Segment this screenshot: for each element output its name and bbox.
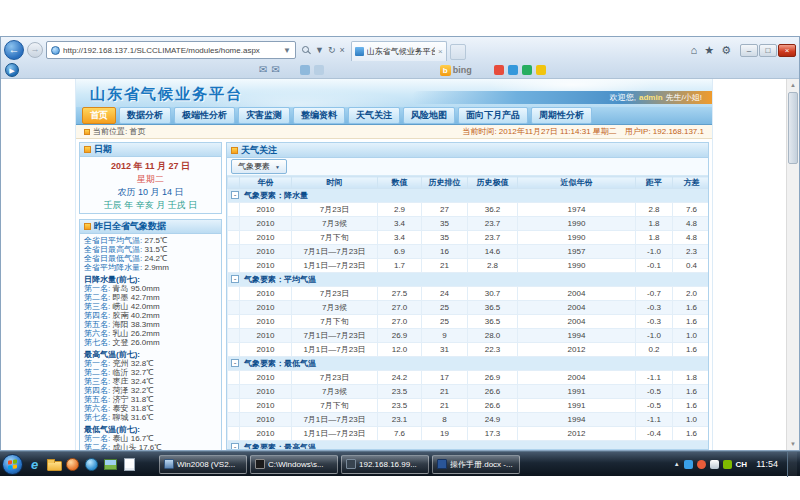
start-button[interactable]: [2, 454, 23, 475]
explorer-folder-icon[interactable]: [45, 456, 62, 473]
ganzhi-date-text: 壬辰 年 辛亥 月 壬戌 日: [82, 199, 219, 212]
column-header-5[interactable]: 近似年份: [518, 177, 636, 189]
clock[interactable]: 11:54: [751, 459, 783, 469]
nav-item-4[interactable]: 整编资料: [293, 107, 345, 124]
table-row[interactable]: 20107月下旬3.43523.719901.84.8: [228, 231, 709, 245]
new-tab-button[interactable]: [450, 44, 466, 60]
messenger-icon[interactable]: [83, 456, 100, 473]
tray-action-center-icon[interactable]: [723, 460, 732, 469]
address-bar[interactable]: http://192.168.137.1/SLCCLIMATE/modules/…: [46, 41, 296, 59]
column-header-3[interactable]: 历史排位: [422, 177, 468, 189]
ranking-rank: 第一名:: [84, 359, 112, 368]
column-header-4[interactable]: 历史极值: [468, 177, 518, 189]
column-header-6[interactable]: 距平: [636, 177, 673, 189]
table-row[interactable]: 20107月23日24.21726.92004-1.11.8: [228, 371, 709, 385]
nav-item-3[interactable]: 灾害监测: [238, 107, 290, 124]
table-row[interactable]: 20107月1日—7月23日23.1824.91994-1.11.0: [228, 413, 709, 427]
toolbar-shortcut-red-icon[interactable]: [494, 65, 504, 75]
system-tray: ▲ CH 11:54: [674, 452, 798, 477]
toolbar-shortcut-blue-icon[interactable]: [508, 65, 518, 75]
table-row[interactable]: 20107月23日27.52430.72004-0.72.0: [228, 287, 709, 301]
taskbar-button-3[interactable]: 操作手册.docx -...: [432, 455, 520, 474]
tray-antivirus-icon[interactable]: [697, 460, 706, 469]
collapse-icon[interactable]: -: [231, 275, 239, 283]
tray-volume-icon[interactable]: [710, 460, 719, 469]
scroll-down-icon[interactable]: ▼: [787, 438, 799, 450]
tray-expand-icon[interactable]: ▲: [674, 461, 680, 467]
scroll-up-icon[interactable]: ▲: [787, 79, 799, 91]
table-section-row-3[interactable]: -气象要素：最高气温: [228, 441, 709, 450]
table-row[interactable]: 20107月3候27.02536.52004-0.31.6: [228, 301, 709, 315]
bing-logo[interactable]: b bing: [440, 65, 472, 76]
table-row[interactable]: 20107月1日—7月23日6.91614.61957-1.02.3: [228, 245, 709, 259]
document-icon[interactable]: [121, 456, 138, 473]
favorite-shortcut-icon-2[interactable]: [314, 65, 324, 75]
nav-item-2[interactable]: 极端性分析: [174, 107, 235, 124]
ranking-item: 第七名: 文登 26.0mm: [84, 338, 221, 347]
browser-tab[interactable]: 山东省气候业务平台... ×: [351, 41, 447, 61]
close-button[interactable]: ×: [778, 44, 796, 57]
table-row[interactable]: 20101月1日—7月23日12.03122.320120.21.6: [228, 343, 709, 357]
table-row[interactable]: 20107月下旬27.02536.52004-0.31.6: [228, 315, 709, 329]
table-section-row-0[interactable]: -气象要素：降水量: [228, 189, 709, 203]
browser-logo-icon[interactable]: ▶: [5, 63, 19, 77]
table-row[interactable]: 20101月1日—7月23日1.7212.81990-0.10.4: [228, 259, 709, 273]
column-header-1[interactable]: 时间: [292, 177, 378, 189]
nav-item-7[interactable]: 面向下月产品: [458, 107, 528, 124]
collapse-icon[interactable]: -: [231, 191, 239, 199]
nav-item-5[interactable]: 天气关注: [348, 107, 400, 124]
vertical-scrollbar[interactable]: ▲ ▼: [786, 79, 799, 450]
table-row[interactable]: 20107月3候3.43523.719901.84.8: [228, 217, 709, 231]
tray-network-icon[interactable]: [684, 460, 693, 469]
settings-gear-icon[interactable]: ⚙: [719, 45, 733, 56]
ie-icon[interactable]: e: [26, 456, 43, 473]
favorite-shortcut-icon[interactable]: [300, 65, 310, 75]
cell-距平: -0.5: [636, 399, 673, 413]
table-row[interactable]: 20107月1日—7月23日26.9928.01994-1.01.0: [228, 329, 709, 343]
tab-close-icon[interactable]: ×: [438, 47, 443, 56]
url-text[interactable]: http://192.168.137.1/SLCCLIMATE/modules/…: [63, 46, 280, 55]
nav-item-0[interactable]: 首页: [82, 107, 116, 124]
table-row[interactable]: 20107月下旬23.52126.61991-0.51.6: [228, 399, 709, 413]
cell-历史排位: 21: [422, 399, 468, 413]
table-row[interactable]: 20107月3候23.52126.61991-0.51.6: [228, 385, 709, 399]
nav-item-6[interactable]: 风险地图: [403, 107, 455, 124]
stop-icon[interactable]: ×: [339, 46, 344, 55]
search-icon[interactable]: [302, 46, 311, 55]
taskbar-button-0[interactable]: Win2008 (VS2...: [159, 455, 247, 474]
minimize-button[interactable]: –: [740, 44, 758, 57]
picture-viewer-icon[interactable]: [102, 456, 119, 473]
column-header-0[interactable]: 年份: [240, 177, 292, 189]
summary-line: 全省日最低气温: 24.2℃: [84, 254, 221, 263]
table-section-row-2[interactable]: -气象要素：最低气温: [228, 357, 709, 371]
search-caret-icon[interactable]: ▼: [315, 46, 324, 55]
mail-icon-2[interactable]: ✉: [269, 65, 281, 75]
media-player-icon[interactable]: [64, 456, 81, 473]
refresh-icon[interactable]: ↻: [328, 46, 336, 55]
forward-button[interactable]: →: [27, 42, 43, 58]
collapse-icon[interactable]: -: [231, 443, 239, 449]
maximize-button[interactable]: □: [759, 44, 777, 57]
favorites-star-icon[interactable]: ★: [702, 45, 716, 56]
show-desktop-button[interactable]: [787, 452, 797, 477]
mail-icon[interactable]: ✉: [257, 65, 269, 75]
nav-item-1[interactable]: 数据分析: [119, 107, 171, 124]
nav-item-8[interactable]: 周期性分析: [531, 107, 592, 124]
taskbar-button-2[interactable]: 192.168.16.99...: [341, 455, 429, 474]
toolbar-shortcut-yellow-icon[interactable]: [536, 65, 546, 75]
taskbar-button-1[interactable]: C:\Windows\s...: [250, 455, 338, 474]
toolbar-shortcut-green-icon[interactable]: [522, 65, 532, 75]
element-dropdown-button[interactable]: 气象要素 ▼: [231, 159, 287, 174]
collapse-icon[interactable]: -: [231, 359, 239, 367]
table-row[interactable]: 20101月1日—7月23日7.61917.32012-0.41.6: [228, 427, 709, 441]
back-button[interactable]: ←: [4, 40, 24, 60]
url-dropdown-icon[interactable]: ▼: [283, 46, 291, 55]
table-section-row-1[interactable]: -气象要素：平均气温: [228, 273, 709, 287]
column-header-7[interactable]: 方差: [673, 177, 709, 189]
language-indicator[interactable]: CH: [736, 460, 748, 469]
row-expand-cell: [228, 231, 240, 245]
table-row[interactable]: 20107月23日2.92736.219742.87.6: [228, 203, 709, 217]
home-icon[interactable]: ⌂: [689, 45, 700, 56]
column-header-2[interactable]: 数值: [378, 177, 422, 189]
scrollbar-thumb[interactable]: [788, 92, 798, 164]
